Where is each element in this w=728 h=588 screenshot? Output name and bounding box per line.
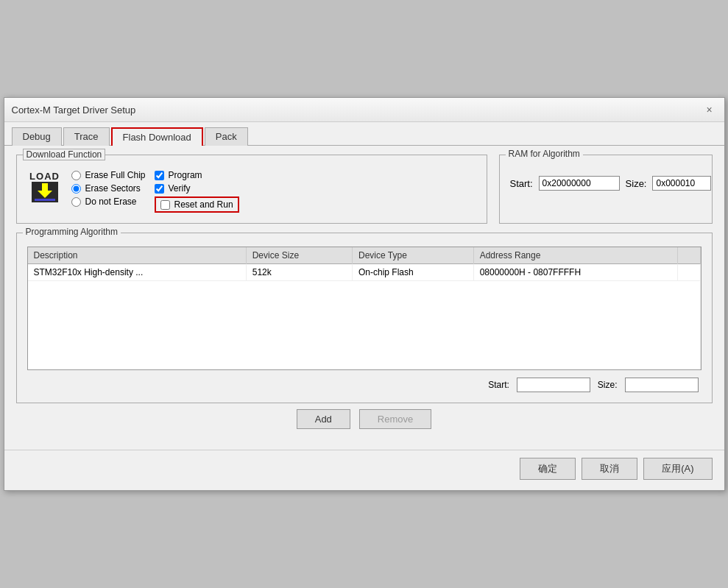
close-button[interactable]: ×	[702, 102, 717, 117]
ram-start-label: Start:	[510, 178, 533, 189]
ram-algorithm-group: RAM for Algorithm Start: Size:	[499, 155, 713, 224]
check-verify[interactable]: Verify	[155, 183, 239, 194]
check-verify-label: Verify	[169, 183, 191, 194]
main-window: Cortex-M Target Driver Setup × Debug Tra…	[4, 97, 725, 491]
ram-row: Start: Size:	[510, 176, 702, 191]
col-device-type: Device Type	[353, 247, 474, 264]
table-header-row: Description Device Size Device Type Addr…	[28, 247, 701, 264]
remove-button[interactable]: Remove	[359, 409, 431, 429]
check-group: Program Verify Reset and Run	[155, 169, 239, 213]
algo-size-label: Size:	[598, 380, 618, 390]
load-icon: LOAD	[27, 169, 63, 204]
table-row: STM32F10x High-density ... 512k On-chip …	[28, 264, 701, 281]
main-content: Download Function LOAD	[4, 146, 724, 444]
cancel-button[interactable]: 取消	[582, 458, 637, 480]
ram-start-input[interactable]	[539, 176, 620, 191]
df-inner: LOAD	[27, 169, 476, 213]
table-empty-space	[28, 281, 701, 369]
add-remove-row: Add Remove	[16, 409, 713, 429]
radio-erase-full-input[interactable]	[71, 171, 81, 180]
col-device-size: Device Size	[246, 247, 352, 264]
algo-start-label: Start:	[488, 380, 509, 390]
tab-trace[interactable]: Trace	[63, 127, 110, 146]
add-button[interactable]: Add	[297, 409, 350, 429]
algo-table-wrapper: Description Device Size Device Type Addr…	[27, 247, 702, 370]
download-function-group: Download Function LOAD	[16, 155, 487, 224]
download-function-legend: Download Function	[23, 149, 106, 160]
ram-size-label: Size:	[626, 178, 647, 189]
ram-size-input[interactable]	[652, 176, 711, 191]
algo-table: Description Device Size Device Type Addr…	[28, 247, 701, 369]
load-svg	[32, 182, 58, 202]
radio-do-not-erase[interactable]: Do not Erase	[71, 196, 146, 207]
ram-algorithm-legend: RAM for Algorithm	[506, 149, 583, 159]
col-extra	[677, 247, 700, 264]
tab-debug[interactable]: Debug	[12, 127, 62, 146]
top-section: Download Function LOAD	[16, 155, 713, 233]
radio-erase-full[interactable]: Erase Full Chip	[71, 170, 146, 180]
svg-rect-1	[42, 183, 48, 191]
check-program[interactable]: Program	[155, 170, 239, 180]
title-bar: Cortex-M Target Driver Setup ×	[4, 98, 724, 122]
check-reset-run-input[interactable]	[160, 200, 170, 210]
radio-erase-sectors-label: Erase Sectors	[85, 183, 141, 194]
apply-button[interactable]: 应用(A)	[643, 458, 712, 480]
radio-erase-sectors[interactable]: Erase Sectors	[71, 183, 146, 194]
window-title: Cortex-M Target Driver Setup	[12, 105, 136, 116]
erase-radio-group: Erase Full Chip Erase Sectors Do not Era…	[71, 169, 146, 213]
radio-do-not-erase-label: Do not Erase	[85, 196, 137, 207]
radio-erase-full-label: Erase Full Chip	[85, 170, 146, 180]
check-reset-run-label: Reset and Run	[174, 199, 233, 210]
col-description: Description	[28, 247, 247, 264]
cell-address-range: 08000000H - 0807FFFFH	[473, 264, 677, 281]
tab-flash-download[interactable]: Flash Download	[111, 127, 203, 146]
col-address-range: Address Range	[473, 247, 677, 264]
cell-description: STM32F10x High-density ...	[28, 264, 247, 281]
ok-button[interactable]: 确定	[520, 458, 576, 480]
cell-device-type: On-chip Flash	[353, 264, 474, 281]
programming-algorithm-group: Programming Algorithm Description Device…	[16, 233, 713, 403]
reset-run-box: Reset and Run	[155, 196, 239, 213]
tab-bar: Debug Trace Flash Download Pack	[4, 122, 724, 146]
bottom-buttons: 确定 取消 应用(A)	[4, 450, 724, 490]
check-program-label: Program	[169, 170, 202, 180]
check-reset-run[interactable]: Reset and Run	[160, 199, 233, 210]
cell-extra	[677, 264, 700, 281]
prog-algo-legend: Programming Algorithm	[23, 227, 121, 237]
radio-erase-sectors-input[interactable]	[71, 184, 81, 194]
algo-size-input[interactable]	[625, 378, 699, 392]
radio-do-not-erase-input[interactable]	[71, 197, 81, 207]
check-verify-input[interactable]	[155, 184, 164, 194]
check-program-input[interactable]	[155, 171, 164, 180]
tab-pack[interactable]: Pack	[205, 127, 248, 146]
algo-start-input[interactable]	[517, 378, 590, 392]
svg-rect-3	[35, 199, 55, 201]
load-text: LOAD	[29, 171, 60, 182]
cell-device-size: 512k	[246, 264, 352, 281]
algo-bottom-row: Start: Size:	[27, 378, 702, 392]
table-empty-row	[28, 281, 701, 369]
